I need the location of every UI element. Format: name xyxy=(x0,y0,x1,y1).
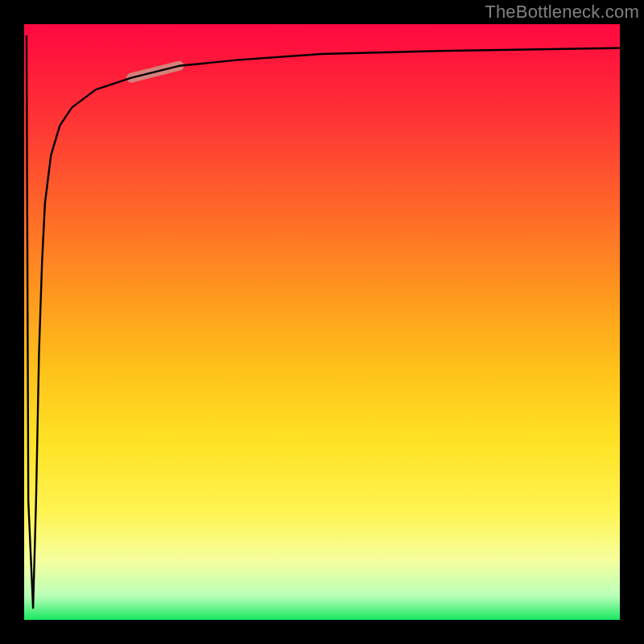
bottleneck-curve xyxy=(27,36,620,608)
watermark-label: TheBottleneck.com xyxy=(485,2,639,23)
chart-stage: TheBottleneck.com xyxy=(0,0,644,644)
curve-layer xyxy=(24,24,620,620)
plot-area xyxy=(24,24,620,620)
